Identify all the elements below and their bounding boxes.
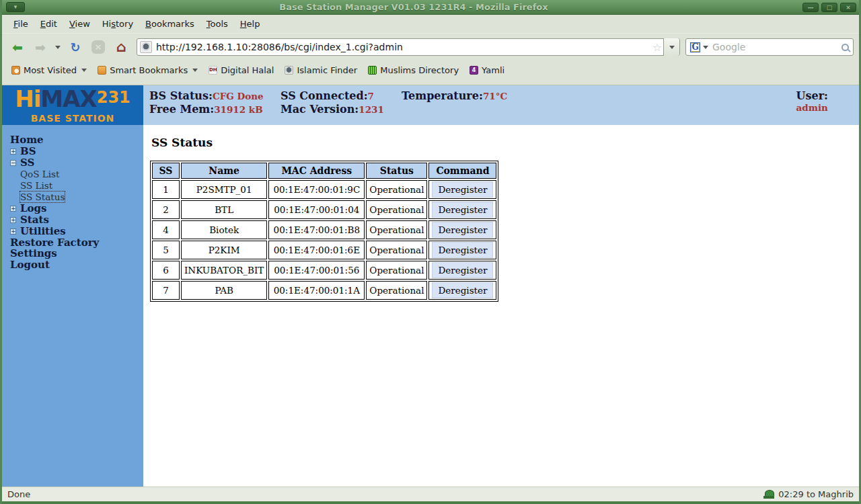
sidebar-item-ss-list[interactable]: SS List: [10, 180, 143, 191]
name-cell: INKUBATOR_BIT: [181, 261, 267, 280]
field-label: Mac Version:: [280, 103, 359, 116]
bookmark-label: Most Visited: [24, 65, 77, 75]
google-engine-icon[interactable]: G: [690, 42, 700, 52]
sidebar-item-restore-factory-settings[interactable]: Restore Factory Settings: [10, 237, 143, 259]
deregister-button[interactable]: Deregister: [432, 222, 493, 238]
engine-dropdown-icon[interactable]: [703, 46, 708, 49]
navigation-toolbar: ⬅ ➡ ↻ × ⌂ ☆ G: [2, 34, 859, 60]
deregister-button[interactable]: Deregister: [432, 282, 493, 298]
chevron-down-icon: [192, 69, 198, 72]
field-value: 1231: [359, 104, 384, 115]
bookmark-muslims-directory[interactable]: Muslims Directory: [364, 63, 463, 77]
bookmark-islamic-finder[interactable]: Islamic Finder: [280, 63, 361, 77]
prayer-countdown: 02:29 to Maghrib: [778, 489, 854, 499]
expand-plus-icon[interactable]: +: [10, 149, 16, 155]
search-input[interactable]: [712, 42, 841, 52]
forward-icon[interactable]: ➡: [30, 38, 50, 56]
deregister-button[interactable]: Deregister: [432, 181, 493, 198]
ss-status-table: SSNameMAC AddressStatusCommand 1P2SMTP_0…: [150, 161, 498, 302]
logo-231: 231: [97, 88, 130, 107]
table-row: 7PAB00:1E:47:00:01:1AOperationalDeregist…: [152, 281, 496, 300]
close-button[interactable]: ×: [840, 3, 856, 12]
menu-file[interactable]: File: [7, 16, 34, 32]
globe-icon: [285, 66, 293, 75]
bookmarks-toolbar: Most VisitedSmart BookmarksDHDigital Hal…: [2, 60, 859, 79]
page-body: Home+BS−SSQoS ListSS ListSS Status+Logs+…: [2, 125, 859, 487]
bookmark-smart-bookmarks[interactable]: Smart Bookmarks: [93, 63, 202, 77]
sidebar-item-label: Utilities: [20, 226, 66, 237]
sidebar-item-stats[interactable]: +Stats: [10, 214, 143, 225]
reload-icon[interactable]: ↻: [65, 38, 85, 56]
field-value: 7: [368, 91, 374, 101]
history-dropdown-icon[interactable]: [53, 38, 63, 56]
prayer-times-widget[interactable]: 02:29 to Maghrib: [763, 489, 854, 499]
user-value: admin: [796, 102, 828, 113]
status-cell: Operational: [366, 241, 427, 259]
mac-cell: 00:1E:47:00:01:6E: [268, 241, 365, 259]
sidebar-item-logs[interactable]: +Logs: [10, 203, 143, 214]
window-menu-icon[interactable]: ▾: [6, 2, 25, 12]
menu-help[interactable]: Help: [234, 16, 266, 32]
menu-view[interactable]: View: [63, 16, 96, 32]
name-cell: BTL: [181, 200, 267, 219]
command-cell: Deregister: [428, 261, 496, 280]
bookmark-most-visited[interactable]: Most Visited: [7, 63, 91, 77]
command-cell: Deregister: [428, 241, 496, 259]
field-value: 71°C: [483, 91, 507, 101]
bookmark-star-icon[interactable]: ☆: [652, 41, 662, 54]
name-cell: P2SMTP_01: [181, 180, 267, 199]
window-title: Base Station Manager V01.03 1231R4 - Moz…: [25, 2, 802, 12]
field-value: CFG Done: [213, 91, 264, 101]
user-label: User:: [796, 89, 828, 102]
folder-clock-icon: [11, 66, 20, 75]
collapse-minus-icon[interactable]: −: [10, 160, 16, 166]
bookmark-yamli[interactable]: 4Yamli: [465, 63, 509, 77]
title-bar[interactable]: ▾ Base Station Manager V01.03 1231R4 - M…: [2, 0, 859, 15]
mac-cell: 00:1E:47:00:01:04: [268, 200, 365, 219]
window-controls: — □ ×: [802, 3, 856, 12]
logo-max: MAX: [40, 85, 96, 112]
expand-plus-icon[interactable]: +: [10, 217, 16, 223]
sidebar-item-label: Logs: [20, 203, 47, 214]
sidebar-item-utilities[interactable]: +Utilities: [10, 226, 143, 237]
minimize-button[interactable]: —: [802, 3, 819, 12]
url-bar[interactable]: ☆: [137, 38, 680, 56]
bookmark-digital-halal[interactable]: DHDigital Halal: [204, 63, 278, 77]
sidebar-item-ss-status[interactable]: SS Status: [10, 192, 143, 202]
ss-cell: 2: [152, 200, 180, 219]
field-label: Temperature:: [402, 89, 483, 102]
name-cell: Biotek: [181, 220, 267, 239]
url-dropdown-icon[interactable]: [663, 38, 679, 56]
chevron-down-icon: [81, 69, 87, 72]
menu-edit[interactable]: Edit: [34, 16, 63, 32]
sidebar-item-label: Stats: [20, 214, 49, 225]
page-title: SS Status: [151, 136, 859, 149]
deregister-button[interactable]: Deregister: [432, 242, 493, 258]
sidebar-item-home[interactable]: Home: [10, 134, 143, 145]
sidebar-item-logout[interactable]: Logout: [10, 259, 143, 270]
field-label: BS Status:: [149, 89, 213, 102]
back-icon[interactable]: ⬅: [7, 38, 28, 56]
deregister-button[interactable]: Deregister: [432, 202, 493, 218]
expand-plus-icon[interactable]: +: [10, 206, 16, 212]
table-row: 1P2SMTP_0100:1E:47:00:01:9COperationalDe…: [152, 180, 496, 199]
home-icon[interactable]: ⌂: [111, 38, 131, 56]
mosque-icon: [763, 490, 774, 499]
header-field-bs-status-: BS Status:CFG Done: [149, 89, 280, 102]
sidebar-item-qos-list[interactable]: QoS List: [10, 169, 143, 179]
menu-bookmarks[interactable]: Bookmarks: [139, 16, 200, 32]
sidebar-item-ss[interactable]: −SS: [10, 157, 143, 168]
deregister-button[interactable]: Deregister: [432, 262, 493, 278]
expand-plus-icon[interactable]: +: [10, 228, 16, 235]
menu-tools[interactable]: Tools: [200, 16, 234, 32]
mac-cell: 00:1E:47:00:01:1A: [268, 281, 365, 300]
maximize-button[interactable]: □: [821, 3, 837, 12]
ss-cell: 6: [152, 261, 180, 280]
header-field-ss-connected-: SS Connected:7: [280, 89, 402, 102]
url-input[interactable]: [156, 42, 651, 52]
sidebar-item-bs[interactable]: +BS: [10, 146, 143, 157]
search-icon[interactable]: [841, 44, 849, 51]
search-bar[interactable]: G: [685, 38, 854, 56]
menu-history[interactable]: History: [96, 16, 139, 32]
mac-cell: 00:1E:47:00:01:B8: [268, 220, 365, 239]
